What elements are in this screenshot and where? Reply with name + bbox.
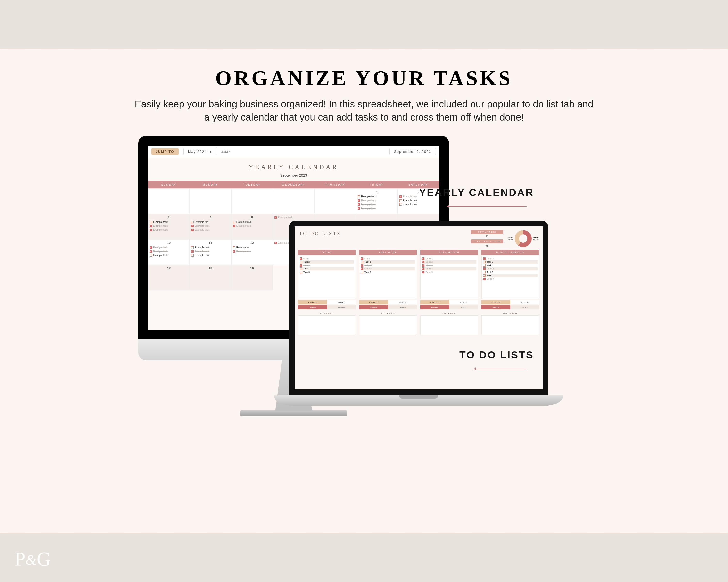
calendar-cell[interactable] [189,188,231,214]
todo-item[interactable]: Done [300,257,354,260]
checkbox-icon[interactable] [150,229,152,231]
calendar-task[interactable]: Example task [150,250,188,253]
calendar-cell[interactable]: 4Example taskExample taskExample task [189,214,231,239]
checkbox-icon[interactable] [150,225,152,227]
calendar-cell[interactable]: 5Example taskExample task [231,214,273,239]
checkbox-icon[interactable] [422,261,424,263]
calendar-task[interactable]: Example task [358,202,396,206]
checkbox-icon[interactable] [483,268,486,270]
checkbox-icon[interactable] [399,203,402,206]
checkbox-icon[interactable] [361,261,363,263]
jump-month-select[interactable]: May 2024 ▾ [183,148,216,155]
todo-item[interactable]: Done 3 [361,264,415,267]
checkbox-icon[interactable] [275,242,277,244]
checkbox-icon[interactable] [150,246,152,249]
calendar-task[interactable]: Example task [358,195,396,199]
calendar-cell[interactable]: 10Example taskExample taskExample task [148,239,189,265]
checkbox-icon[interactable] [358,195,360,198]
calendar-cell[interactable]: 19 [231,265,273,290]
calendar-task[interactable]: Example task [191,253,229,257]
todo-item[interactable]: Done 7 [483,277,538,281]
calendar-task[interactable]: Example task [150,246,188,250]
calendar-task[interactable]: Example task [191,246,229,250]
todo-item[interactable]: Task 6 [483,274,538,277]
checkbox-icon[interactable] [300,268,302,270]
checkbox-icon[interactable] [422,271,424,273]
notepad-body[interactable] [359,315,417,335]
calendar-cell[interactable] [314,188,356,214]
checkbox-icon[interactable] [191,225,193,227]
checkbox-icon[interactable] [361,271,363,273]
checkbox-icon[interactable] [150,250,152,253]
todo-item[interactable]: Task 2 [300,260,354,264]
checkbox-icon[interactable] [300,261,302,263]
checkbox-icon[interactable] [483,261,486,263]
checkbox-icon[interactable] [358,207,360,210]
calendar-task[interactable]: Example task [150,228,188,232]
calendar-cell[interactable] [273,188,314,214]
jump-link[interactable]: JUMP [221,150,230,154]
checkbox-icon[interactable] [191,254,193,256]
todo-item[interactable]: Done 2 [422,260,476,264]
checkbox-icon[interactable] [150,221,152,223]
todo-item[interactable]: Task 2 [483,260,538,264]
checkbox-icon[interactable] [191,246,193,249]
calendar-task[interactable]: Example task [191,228,229,232]
todo-item[interactable]: Done 5 [422,270,476,274]
notepad-body[interactable] [420,315,478,335]
calendar-cell[interactable]: 11Example taskExample taskExample task [189,239,231,265]
checkbox-icon[interactable] [422,268,424,270]
checkbox-icon[interactable] [233,221,235,223]
calendar-task[interactable]: Example task [150,220,188,224]
calendar-task[interactable]: Example task [191,250,229,253]
checkbox-icon[interactable] [361,257,363,260]
checkbox-icon[interactable] [191,221,193,223]
todo-item[interactable]: Done 3 [300,264,354,267]
todo-item[interactable]: Task 5 [300,270,354,274]
todo-item[interactable]: Done 1 [422,257,476,260]
checkbox-icon[interactable] [483,257,486,260]
calendar-task[interactable]: Example task [233,220,271,224]
calendar-task[interactable]: Example task [233,224,271,228]
calendar-task[interactable]: Example task [233,246,271,250]
calendar-task[interactable]: Example task [399,199,438,202]
jump-to-button[interactable]: JUMP TO [151,148,179,155]
checkbox-icon[interactable] [483,278,486,280]
checkbox-icon[interactable] [399,195,402,198]
todo-item[interactable]: Task 2 [361,260,415,264]
checkbox-icon[interactable] [300,271,302,273]
checkbox-icon[interactable] [233,250,235,253]
todo-item[interactable]: Done 3 [422,264,476,267]
todo-item[interactable]: Task 3 [483,264,538,267]
calendar-cell[interactable] [231,188,273,214]
todo-item[interactable]: Done [361,257,415,260]
calendar-cell[interactable]: 17 [148,265,189,290]
checkbox-icon[interactable] [275,216,277,219]
calendar-cell[interactable]: 1Example taskExample taskExample taskExa… [356,188,397,214]
todo-item[interactable]: Task 5 [483,270,538,274]
checkbox-icon[interactable] [361,264,363,267]
calendar-task[interactable]: Example task [150,224,188,228]
calendar-task[interactable]: Example task [233,250,271,253]
checkbox-icon[interactable] [358,199,360,202]
checkbox-icon[interactable] [483,264,486,267]
checkbox-icon[interactable] [150,254,152,256]
todo-item[interactable]: Task 4 [300,267,354,270]
checkbox-icon[interactable] [358,203,360,206]
checkbox-icon[interactable] [300,264,302,267]
todo-item[interactable]: Task 5 [361,270,415,274]
checkbox-icon[interactable] [399,199,402,202]
calendar-task[interactable]: Example task [358,206,396,210]
todo-item[interactable]: Done 1 [483,257,538,260]
todo-item[interactable]: Done 4 [361,267,415,270]
calendar-task[interactable]: Example task [191,224,229,228]
checkbox-icon[interactable] [361,268,363,270]
todo-item[interactable]: Done 4 [422,267,476,270]
calendar-task[interactable]: Example task [399,202,438,206]
notepad-body[interactable] [482,315,539,335]
checkbox-icon[interactable] [483,274,486,277]
calendar-cell[interactable] [148,188,189,214]
checkbox-icon[interactable] [233,246,235,249]
calendar-cell[interactable]: 12Example taskExample task [231,239,273,265]
calendar-task[interactable]: Example task [191,220,229,224]
